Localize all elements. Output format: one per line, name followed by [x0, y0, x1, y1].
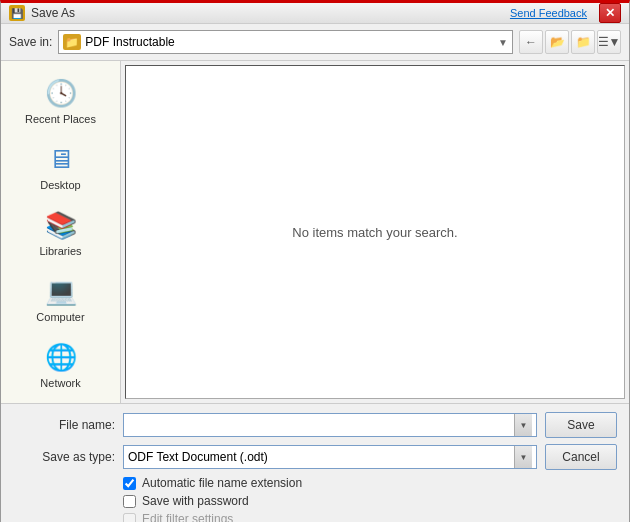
- toolbar-nav-buttons: ← 📂 📁 ☰▼: [519, 30, 621, 54]
- title-bar-actions: Send Feedback ✕: [510, 3, 621, 23]
- file-name-input-wrapper: ▼: [123, 413, 537, 437]
- recent-places-icon: 🕓: [41, 75, 81, 111]
- folder-icon: 📁: [63, 34, 81, 50]
- auto-extension-label: Automatic file name extension: [142, 476, 302, 490]
- new-folder-button[interactable]: 📁: [571, 30, 595, 54]
- file-name-label: File name:: [13, 418, 123, 432]
- dropdown-arrow-icon: ▼: [498, 37, 508, 48]
- file-name-input[interactable]: [128, 418, 514, 432]
- libraries-icon: 📚: [41, 207, 81, 243]
- close-button[interactable]: ✕: [599, 3, 621, 23]
- sidebar-item-label: Recent Places: [25, 113, 96, 125]
- dialog-title: Save As: [31, 6, 510, 20]
- dialog-icon: 💾: [9, 5, 25, 21]
- title-bar: 💾 Save As Send Feedback ✕: [1, 3, 629, 24]
- save-type-label: Save as type:: [13, 450, 123, 464]
- file-name-input-container: ▼: [123, 413, 537, 437]
- save-type-dropdown-arrow[interactable]: ▼: [514, 446, 532, 468]
- save-password-checkbox[interactable]: [123, 495, 136, 508]
- location-text: PDF Instructable: [85, 35, 498, 49]
- location-toolbar: Save in: 📁 PDF Instructable ▼ ← 📂 📁 ☰▼: [1, 24, 629, 60]
- sidebar-item-network[interactable]: 🌐 Network: [1, 333, 120, 395]
- options-checkboxes: Automatic file name extension Save with …: [13, 476, 617, 522]
- file-name-row: File name: ▼ Save: [13, 412, 617, 438]
- save-password-row: Save with password: [123, 494, 617, 508]
- save-type-value: ODF Text Document (.odt): [128, 450, 514, 464]
- sidebar-item-computer[interactable]: 💻 Computer: [1, 267, 120, 329]
- edit-filter-row: Edit filter settings: [123, 512, 617, 522]
- sidebar-item-label: Libraries: [39, 245, 81, 257]
- view-menu-button[interactable]: ☰▼: [597, 30, 621, 54]
- save-type-row: Save as type: ODF Text Document (.odt) ▼…: [13, 444, 617, 470]
- sidebar-item-label: Network: [40, 377, 80, 389]
- file-browser-area[interactable]: No items match your search.: [125, 65, 625, 399]
- location-dropdown[interactable]: 📁 PDF Instructable ▼: [58, 30, 513, 54]
- desktop-icon: 🖥: [41, 141, 81, 177]
- save-button[interactable]: Save: [545, 412, 617, 438]
- sidebar-item-libraries[interactable]: 📚 Libraries: [1, 201, 120, 263]
- places-sidebar: 🕓 Recent Places 🖥 Desktop 📚 Libraries 💻 …: [1, 61, 121, 403]
- save-as-dialog: 💾 Save As Send Feedback ✕ Save in: 📁 PDF…: [0, 0, 630, 522]
- send-feedback-link[interactable]: Send Feedback: [510, 7, 587, 19]
- content-area: 🕓 Recent Places 🖥 Desktop 📚 Libraries 💻 …: [1, 60, 629, 404]
- auto-extension-row: Automatic file name extension: [123, 476, 617, 490]
- file-name-dropdown-arrow[interactable]: ▼: [514, 414, 532, 436]
- auto-extension-checkbox[interactable]: [123, 477, 136, 490]
- save-type-dropdown[interactable]: ODF Text Document (.odt) ▼: [123, 445, 537, 469]
- sidebar-item-label: Desktop: [40, 179, 80, 191]
- edit-filter-checkbox: [123, 513, 136, 523]
- bottom-form: File name: ▼ Save Save as type: ODF Text…: [1, 404, 629, 522]
- cancel-button[interactable]: Cancel: [545, 444, 617, 470]
- back-button[interactable]: ←: [519, 30, 543, 54]
- sidebar-item-recent-places[interactable]: 🕓 Recent Places: [1, 69, 120, 131]
- network-icon: 🌐: [41, 339, 81, 375]
- save-password-label: Save with password: [142, 494, 249, 508]
- edit-filter-label: Edit filter settings: [142, 512, 233, 522]
- empty-message: No items match your search.: [292, 225, 457, 240]
- up-folder-button[interactable]: 📂: [545, 30, 569, 54]
- sidebar-item-desktop[interactable]: 🖥 Desktop: [1, 135, 120, 197]
- save-type-input-wrapper: ODF Text Document (.odt) ▼: [123, 445, 537, 469]
- sidebar-item-label: Computer: [36, 311, 84, 323]
- save-in-label: Save in:: [9, 35, 52, 49]
- computer-icon: 💻: [41, 273, 81, 309]
